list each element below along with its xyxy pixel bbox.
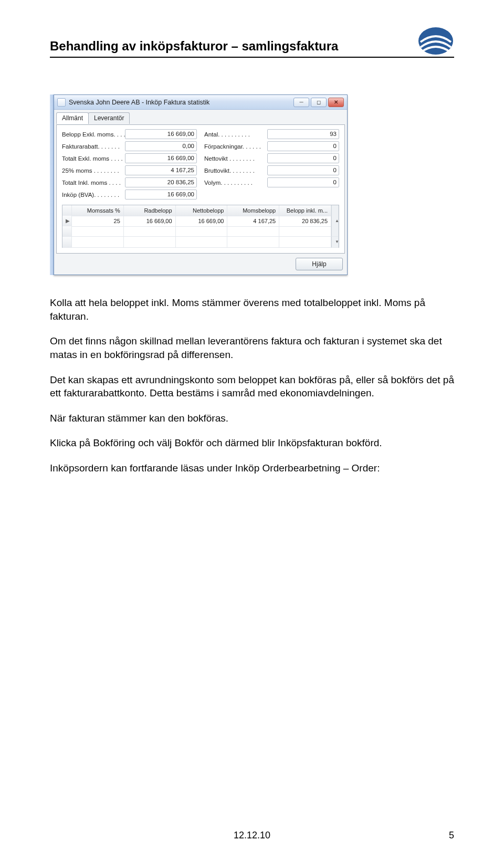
cell: 16 669,00 [124,216,176,227]
stat-value: 0 [267,153,339,163]
stat-value: 0 [267,165,339,175]
paragraph: Klicka på Bokföring och välj Bokför och … [50,436,454,450]
stat-label: Inköp (BVA). . . . . . . . [62,192,125,198]
maximize-button[interactable]: ◻ [311,98,327,107]
stat-label: Totalt Exkl. moms . . . . [62,155,125,162]
paragraph: Det kan skapas ett avrundningskonto som … [50,373,454,400]
close-button[interactable]: ✕ [328,98,344,107]
paragraph: Kolla att hela beloppet inkl. Moms stämm… [50,296,454,323]
table-row: ▼ [62,237,339,247]
scroll-down-icon[interactable]: ▼ [331,237,339,248]
col-header: Belopp inkl. m... [279,205,331,216]
stat-label: Totalt Inkl. moms . . . . [62,180,125,186]
col-header: Momssats % [72,205,124,216]
cell: 16 669,00 [176,216,228,227]
col-header: Momsbelopp [227,205,279,216]
footer-date: 12.12.10 [71,830,433,841]
page-title: Behandling av inköpsfakturor – samlingsf… [50,39,338,54]
stat-value: 4 167,25 [125,165,197,175]
cell: 25 [72,216,124,227]
tab-general[interactable]: Allmänt [56,112,89,124]
stat-label: Bruttovikt. . . . . . . . [204,167,267,174]
col-header: Radbelopp [124,205,176,216]
stat-value: 93 [267,129,339,139]
table-row[interactable]: ▶ 25 16 669,00 16 669,00 4 167,25 20 836… [62,216,339,226]
window-titlebar[interactable]: Svenska John Deere AB - Inköp Faktura st… [54,95,347,110]
vat-table: Momssats % Radbelopp Nettobelopp Momsbel… [62,205,339,248]
stat-label: Nettovikt . . . . . . . . [204,155,267,162]
stat-value: 16 669,00 [125,129,197,139]
stat-label: Förpackningar. . . . . . [204,143,267,150]
scroll-up-icon[interactable]: ▲ [331,216,339,227]
table-row [62,226,339,237]
stat-label: Antal. . . . . . . . . . [204,131,267,138]
stat-label: Fakturarabatt. . . . . . . [62,143,125,150]
stat-value: 0 [267,177,339,187]
col-header: Nettobelopp [176,205,228,216]
help-button[interactable]: Hjälp [296,258,343,270]
stat-label: Belopp Exkl. moms. . . . [62,131,125,138]
paragraph: När fakturan stämmer kan den bokföras. [50,412,454,425]
window-title: Svenska John Deere AB - Inköp Faktura st… [69,99,209,106]
stat-label: Volym. . . . . . . . . . [204,180,267,186]
cell: 4 167,25 [227,216,279,227]
window-icon [57,98,66,107]
cell: 20 836,25 [279,216,331,227]
minimize-button[interactable]: ─ [293,98,309,107]
company-logo [417,26,454,56]
stat-value: 20 836,25 [125,177,197,187]
stat-value: 0,00 [125,141,197,151]
tab-supplier[interactable]: Leverantör [88,112,130,124]
page-number: 5 [433,830,454,841]
stat-value: 16 669,00 [125,153,197,163]
stat-label: 25% moms . . . . . . . . [62,167,125,174]
paragraph: Om det finns någon skillnad mellan lever… [50,334,454,361]
dialog-window: Svenska John Deere AB - Inköp Faktura st… [54,94,348,275]
stat-value: 0 [267,141,339,151]
stat-value: 16 669,00 [125,190,197,199]
paragraph: Inköpsordern kan fortfarande läsas under… [50,461,454,475]
